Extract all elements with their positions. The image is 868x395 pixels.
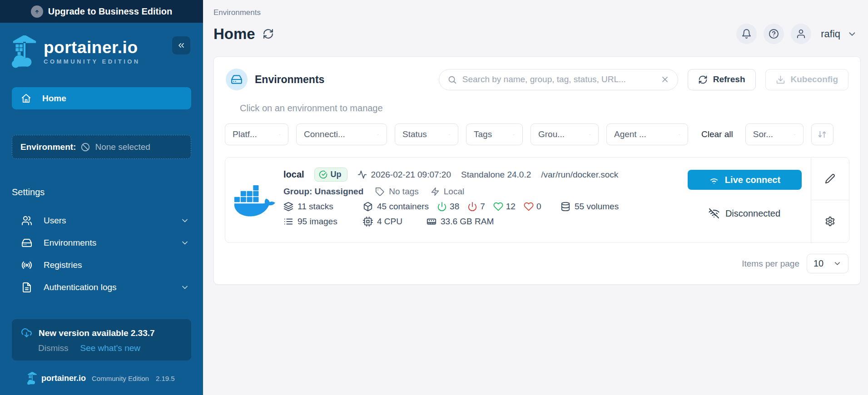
search-input[interactable]	[462, 74, 655, 84]
username[interactable]: rafiq	[821, 28, 840, 40]
stat-images[interactable]: 95 images	[283, 217, 363, 227]
filter-bar: Platf... Connecti... Status Tags Grou...…	[214, 114, 860, 145]
sidebar-home-label: Home	[42, 94, 66, 104]
sidebar-item-label: Authentication logs	[44, 282, 117, 292]
chevron-down-icon	[506, 130, 515, 139]
cpu-icon	[363, 217, 373, 227]
user-menu-button[interactable]	[791, 24, 811, 44]
sidebar-item-home[interactable]: Home	[12, 87, 191, 109]
items-per-page-label: Items per page	[742, 259, 799, 269]
wifi-icon	[709, 174, 719, 185]
breadcrumb[interactable]: Environments	[213, 8, 861, 17]
refresh-button[interactable]: Refresh	[688, 69, 756, 90]
chevron-down-icon[interactable]	[180, 238, 189, 247]
pencil-icon	[825, 173, 835, 184]
panel-subtitle: Click on an environment to manage	[240, 103, 860, 114]
hard-drive-icon	[231, 74, 243, 85]
hard-drive-icon	[21, 237, 32, 248]
filter-tags[interactable]: Tags	[466, 123, 523, 145]
upgrade-banner-label: Upgrade to Business Edition	[48, 6, 172, 17]
whats-new-link[interactable]: See what's new	[80, 343, 140, 353]
clear-all-link[interactable]: Clear all	[701, 129, 733, 139]
chevron-down-icon	[672, 130, 680, 139]
stat-running: 38	[437, 202, 459, 212]
portainer-logo-icon	[12, 35, 37, 68]
chevron-down-icon	[582, 130, 591, 139]
sidebar-item-registries[interactable]: Registries	[0, 254, 203, 276]
filter-group[interactable]: Grou...	[531, 123, 599, 145]
environment-selector-value: None selected	[95, 142, 150, 152]
sidebar-item-environments[interactable]: Environments	[0, 232, 203, 254]
arrow-up-circle-icon	[31, 5, 43, 18]
sidebar-item-label: Users	[44, 216, 66, 226]
zap-icon	[431, 187, 440, 196]
environments-panel-icon	[226, 69, 248, 90]
last-check-time: 2026-02-21 09:07:20	[357, 170, 451, 180]
user-icon	[796, 29, 806, 39]
chevron-down-icon[interactable]	[180, 283, 189, 292]
environment-row-local[interactable]: local Up 2026-02-21 09:07:20 Standalone …	[225, 157, 849, 243]
sidebar-item-authentication-logs[interactable]: Authentication logs	[0, 276, 203, 298]
memory-icon	[427, 217, 436, 227]
bell-icon	[741, 29, 752, 39]
edit-environment-button[interactable]	[811, 158, 849, 200]
items-per-page-select[interactable]: 10	[807, 254, 848, 273]
live-connect-button[interactable]: Live connect	[688, 170, 802, 190]
layers-icon	[283, 202, 293, 212]
help-button[interactable]	[764, 24, 784, 44]
environment-tags: No tags	[375, 187, 418, 197]
environment-selector-label: Environment:	[20, 142, 76, 152]
notifications-button[interactable]	[736, 24, 757, 44]
upgrade-banner[interactable]: Upgrade to Business Edition	[0, 0, 203, 23]
chevron-down-icon	[787, 130, 796, 139]
filter-agent[interactable]: Agent ...	[606, 123, 688, 145]
stat-containers[interactable]: 45 containers	[363, 202, 429, 212]
connection-status: Disconnected	[709, 208, 780, 219]
chevron-down-icon[interactable]	[180, 216, 189, 225]
filter-platform[interactable]: Platf...	[225, 123, 288, 145]
database-icon	[560, 202, 570, 212]
users-icon	[21, 215, 32, 226]
sidebar: Upgrade to Business Edition portainer.io…	[0, 0, 203, 395]
environment-group: Group: Unassigned	[283, 187, 363, 197]
sidebar-settings-nav: Users Environments Registries Authentica…	[0, 209, 203, 298]
environment-url: /var/run/docker.sock	[541, 170, 618, 180]
radio-icon	[21, 260, 32, 271]
help-circle-icon	[769, 29, 779, 39]
sort-direction-button[interactable]	[811, 123, 833, 145]
chevron-down-icon[interactable]	[847, 29, 857, 39]
heart-healthy-icon	[493, 202, 503, 212]
box-icon	[363, 202, 373, 212]
environments-panel: Environments Refresh Kubeconfig Click on…	[213, 56, 861, 285]
chevron-down-icon	[371, 130, 379, 139]
activity-icon	[357, 170, 367, 179]
stat-stacks[interactable]: 11 stacks	[283, 202, 363, 212]
sidebar-item-users[interactable]: Users	[0, 209, 203, 232]
chevron-down-icon	[272, 130, 281, 139]
footer-edition: Community Edition	[92, 375, 149, 382]
sidebar-item-label: Registries	[44, 260, 82, 270]
stat-volumes[interactable]: 55 volumes	[560, 202, 619, 212]
gear-icon	[825, 216, 835, 227]
clear-search-icon[interactable]	[660, 75, 670, 84]
filter-status[interactable]: Status	[395, 123, 458, 145]
sidebar-collapse-button[interactable]	[172, 36, 190, 54]
stat-healthy: 12	[493, 202, 516, 212]
sort-select[interactable]: Sor...	[745, 123, 804, 145]
file-text-icon	[21, 282, 32, 293]
main-content: Environments Home rafiq Environments	[203, 0, 868, 395]
environment-selector[interactable]: Environment: None selected	[12, 135, 191, 159]
chevron-down-icon	[442, 130, 451, 139]
chevrons-left-icon	[177, 41, 186, 50]
filter-connection-type[interactable]: Connecti...	[296, 123, 387, 145]
environment-settings-button[interactable]	[811, 200, 849, 242]
portainer-footer-logo-icon	[27, 371, 37, 385]
tag-icon	[375, 187, 385, 197]
docker-whale-icon	[233, 184, 276, 217]
title-row: Home rafiq	[213, 24, 861, 44]
sidebar-logo-row: portainer.io COMMUNITY EDITION	[0, 23, 203, 68]
kubeconfig-button[interactable]: Kubeconfig	[765, 69, 849, 90]
refresh-page-icon[interactable]	[263, 28, 274, 40]
dismiss-link[interactable]: Dismiss	[38, 343, 69, 353]
list-icon	[283, 217, 293, 227]
